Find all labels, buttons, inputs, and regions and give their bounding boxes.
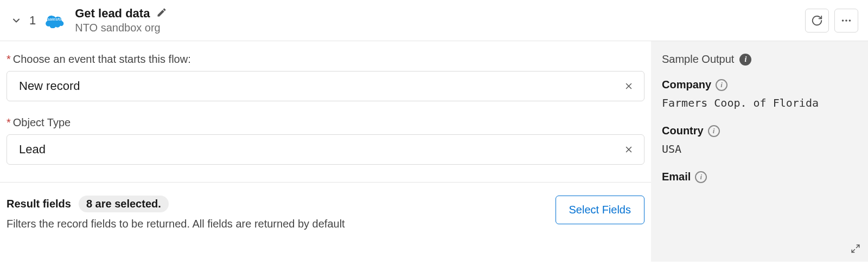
sample-field-label: Company: [662, 79, 711, 91]
sample-output-panel: Sample Output i Company i Farmers Coop. …: [651, 41, 868, 262]
step-number: 1: [29, 14, 36, 28]
step-title: Get lead data: [75, 6, 150, 21]
info-icon[interactable]: i: [708, 125, 720, 137]
sample-field-value: Farmers Coop. of Florida: [662, 96, 857, 109]
object-type-combobox[interactable]: Lead: [7, 134, 644, 165]
salesforce-logo-icon: salesforce: [43, 13, 65, 28]
collapse-chevron-icon[interactable]: [9, 13, 24, 28]
object-type-value: Lead: [19, 142, 622, 157]
object-type-label: *Object Type: [7, 116, 644, 129]
event-value: New record: [19, 79, 622, 93]
configuration-panel: *Choose an event that starts this flow: …: [0, 41, 651, 262]
svg-line-7: [857, 245, 859, 248]
event-label: *Choose an event that starts this flow:: [7, 53, 644, 66]
step-subtitle: NTO sandbox org: [75, 22, 167, 34]
refresh-button[interactable]: [805, 9, 829, 32]
edit-title-icon[interactable]: [156, 7, 167, 21]
result-fields-description: Filters the record fields to be returned…: [7, 218, 548, 230]
expand-panel-icon[interactable]: [851, 244, 860, 256]
select-fields-button[interactable]: Select Fields: [556, 196, 645, 224]
result-fields-count-badge: 8 are selected.: [79, 196, 169, 212]
required-marker: *: [7, 116, 11, 128]
sample-field-label: Email: [662, 171, 691, 183]
sample-field-label: Country: [662, 125, 704, 137]
sample-field-value: USA: [662, 142, 857, 155]
sample-output-heading: Sample Output: [662, 53, 734, 66]
event-combobox[interactable]: New record: [7, 71, 644, 101]
more-actions-button[interactable]: [834, 9, 858, 32]
svg-line-8: [852, 250, 854, 252]
required-marker: *: [7, 53, 11, 65]
info-icon[interactable]: i: [739, 54, 751, 66]
info-icon[interactable]: i: [695, 171, 707, 183]
info-icon[interactable]: i: [716, 79, 727, 91]
svg-point-0: [842, 20, 844, 22]
clear-event-icon[interactable]: [622, 80, 635, 93]
section-divider: [0, 182, 651, 183]
clear-object-icon[interactable]: [622, 143, 635, 156]
svg-point-1: [845, 20, 847, 22]
svg-point-2: [849, 20, 851, 22]
result-fields-heading: Result fields: [7, 198, 71, 210]
step-header: 1 salesforce Get lead data NTO sandbox o…: [0, 0, 868, 41]
